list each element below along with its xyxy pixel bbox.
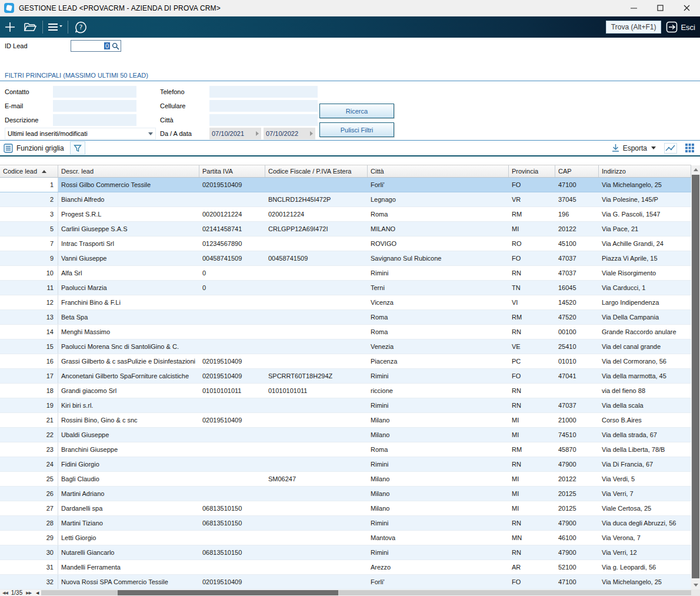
table-cell[interactable]: VE [509, 339, 555, 354]
table-cell[interactable] [265, 487, 368, 501]
table-cell[interactable]: TN [509, 281, 555, 295]
table-cell[interactable]: 02019510409 [199, 178, 265, 192]
table-cell[interactable]: Martini Adriano [58, 487, 199, 501]
table-cell[interactable]: RN [509, 325, 555, 339]
table-cell[interactable] [265, 354, 368, 368]
date-from-input[interactable]: 07/10/2021 [209, 128, 261, 139]
table-cell[interactable]: Grassi Gilberto & c sasPulizie e Disinfe… [58, 354, 199, 368]
table-cell[interactable] [555, 384, 599, 398]
table-cell[interactable]: Viale Certosa, 25 [599, 501, 691, 515]
first-page-icon[interactable]: ◀◀ [2, 591, 8, 595]
table-cell[interactable]: Roma [368, 325, 509, 339]
table-cell[interactable]: 25410 [555, 339, 599, 354]
table-cell[interactable] [265, 560, 368, 574]
table-cell[interactable]: 24 [0, 457, 58, 471]
filter-funnel-button[interactable] [70, 141, 85, 155]
table-cell[interactable]: Roma [368, 442, 509, 457]
open-folder-button[interactable] [20, 18, 40, 36]
table-cell[interactable]: 5 [0, 222, 58, 236]
ricerca-button[interactable]: Ricerca [319, 104, 394, 118]
table-row[interactable]: 13Beta SpaRomaRM47520Via Della Campania [0, 310, 691, 325]
table-cell[interactable]: Via della strada, 67 [599, 428, 691, 442]
trova-button[interactable]: Trova (Alt+F1) [606, 21, 662, 34]
table-cell[interactable]: Rimini [368, 545, 509, 560]
table-cell[interactable]: ROVIGO [368, 237, 509, 251]
table-cell[interactable]: Venezia [368, 339, 509, 354]
table-cell[interactable]: 00200121224 [199, 207, 265, 221]
table-cell[interactable]: 47900 [555, 545, 599, 560]
table-cell[interactable]: Via Achille Grandi, 24 [599, 237, 691, 251]
table-cell[interactable] [265, 428, 368, 442]
table-cell[interactable]: 11 [0, 281, 58, 295]
column-header[interactable]: Codice lead [0, 165, 58, 177]
table-cell[interactable]: Rossini Bino, Gino & c snc [58, 413, 199, 427]
table-cell[interactable]: Via della marmotta, 45 [599, 369, 691, 383]
help-button[interactable]: ? [71, 18, 91, 36]
table-cell[interactable] [199, 192, 265, 207]
table-row[interactable]: 25Bagli ClaudioSM06247MilanoMI20122Via V… [0, 472, 691, 487]
table-cell[interactable]: Via Carducci, 1 [599, 281, 691, 295]
table-cell[interactable]: Rimini [368, 457, 509, 471]
table-cell[interactable]: Menghi Massimo [58, 325, 199, 339]
table-cell[interactable] [199, 472, 265, 486]
scroll-down-icon[interactable] [691, 581, 700, 590]
table-cell[interactable]: Legnago [368, 192, 509, 207]
table-cell[interactable]: AR [509, 560, 555, 574]
table-row[interactable]: 15Paolucci Morena Snc di SantoliGino & C… [0, 339, 691, 354]
table-cell[interactable]: Bianchi Alfredo [58, 192, 199, 207]
table-cell[interactable]: RN [509, 266, 555, 280]
table-cell[interactable]: VI [509, 295, 555, 309]
table-row[interactable]: 27Dardanelli spa06813510150MilanoMI20125… [0, 501, 691, 516]
table-cell[interactable]: 47900 [555, 457, 599, 471]
table-cell[interactable]: 46100 [555, 531, 599, 545]
table-cell[interactable]: 52100 [555, 560, 599, 574]
table-cell[interactable]: Milano [368, 428, 509, 442]
table-cell[interactable]: CRLGPP12A69I472I [265, 222, 368, 236]
table-row[interactable]: 22Ubaldi GiuseppeMilanoMI74510Via della … [0, 428, 691, 442]
table-cell[interactable]: MI [509, 428, 555, 442]
table-cell[interactable]: Rimini [368, 516, 509, 530]
table-cell[interactable]: 196 [555, 207, 599, 221]
table-cell[interactable]: Letti Giorgio [58, 531, 199, 545]
table-cell[interactable]: 7 [0, 237, 58, 251]
table-cell[interactable]: 37045 [555, 192, 599, 207]
table-cell[interactable]: 30 [0, 545, 58, 560]
table-cell[interactable] [265, 575, 368, 589]
table-cell[interactable]: Progest S.R.L [58, 207, 199, 221]
table-cell[interactable]: Milano [368, 487, 509, 501]
table-row[interactable]: 23Branchini GiuseppeRomaRM45870Via della… [0, 442, 691, 457]
esci-button[interactable]: Esci [666, 21, 695, 33]
table-row[interactable]: 17Anconetani Gilberto SpaForniture calci… [0, 369, 691, 384]
table-row[interactable]: 32Nuova Rossi SPA Commercio Tessile02019… [0, 575, 691, 590]
vertical-scrollbar[interactable] [691, 165, 700, 590]
column-header[interactable]: Descr. lead [58, 165, 199, 177]
table-cell[interactable]: 47037 [555, 266, 599, 280]
table-cell[interactable] [265, 545, 368, 560]
table-cell[interactable] [265, 310, 368, 324]
table-cell[interactable]: 29 [0, 531, 58, 545]
table-cell[interactable]: Ubaldi Giuseppe [58, 428, 199, 442]
table-cell[interactable]: Forli' [368, 178, 509, 192]
table-cell[interactable]: Terni [368, 281, 509, 295]
table-cell[interactable] [265, 178, 368, 192]
table-cell[interactable]: Paolucci Morena Snc di SantoliGino & C. [58, 339, 199, 354]
table-cell[interactable]: Intrac Trasporti Srl [58, 237, 199, 251]
descrizione-input[interactable] [53, 114, 136, 126]
table-cell[interactable]: 45100 [555, 237, 599, 251]
table-cell[interactable]: 47037 [555, 398, 599, 412]
table-cell[interactable]: Paolucci Marzia [58, 281, 199, 295]
table-cell[interactable]: Roma [368, 310, 509, 324]
table-row[interactable]: 2Bianchi AlfredoBNCLRD12H45I472PLegnagoV… [0, 192, 691, 207]
table-cell[interactable]: 14 [0, 325, 58, 339]
table-cell[interactable] [199, 325, 265, 339]
table-cell[interactable]: MI [509, 487, 555, 501]
contatto-input[interactable] [53, 86, 136, 98]
table-cell[interactable]: Alfa Srl [58, 266, 199, 280]
email-input[interactable] [53, 100, 136, 112]
table-cell[interactable] [199, 428, 265, 442]
table-cell[interactable]: Via Michelangelo, 25 [599, 178, 691, 192]
table-cell[interactable]: MI [509, 413, 555, 427]
table-row[interactable]: 28Martini Tiziano06813510150RiminiRN4790… [0, 516, 691, 531]
table-cell[interactable]: 02019510409 [199, 413, 265, 427]
table-cell[interactable]: Bagli Claudio [58, 472, 199, 486]
